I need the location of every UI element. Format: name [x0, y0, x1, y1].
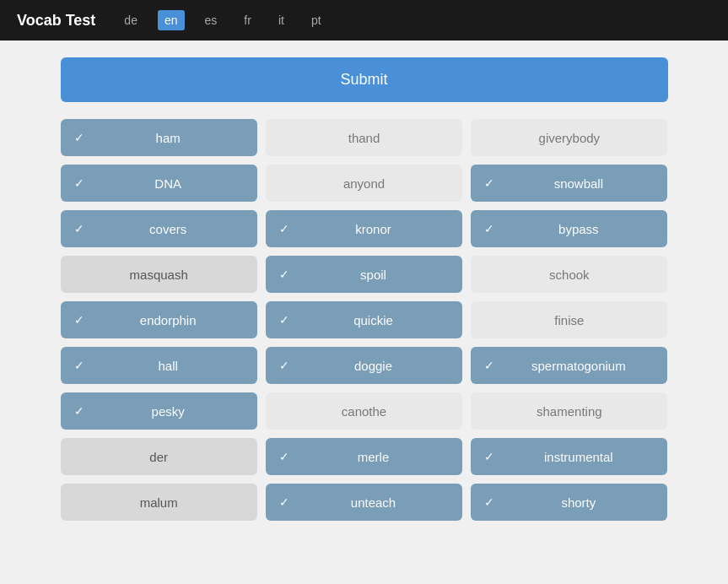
vocab-label: kronor: [298, 222, 449, 236]
check-icon: ✓: [74, 313, 84, 327]
check-icon: ✓: [484, 495, 494, 509]
vocab-label: merle: [298, 450, 449, 464]
vocab-label: endorphin: [93, 313, 244, 327]
check-icon: ✓: [74, 222, 84, 235]
check-icon: ✓: [279, 313, 289, 327]
vocab-label: schook: [484, 268, 654, 282]
vocab-label: covers: [93, 222, 244, 236]
vocab-item[interactable]: ✓quickie: [266, 301, 462, 338]
vocab-item[interactable]: ✓endorphin: [61, 301, 257, 338]
vocab-item[interactable]: ✓kronor: [266, 210, 462, 247]
vocab-item[interactable]: ✓spermatogonium: [471, 347, 667, 384]
vocab-label: pesky: [93, 404, 244, 419]
app-title: Vocab Test: [17, 12, 95, 30]
check-icon: ✓: [74, 131, 84, 144]
vocab-label: DNA: [93, 176, 244, 191]
vocab-label: thand: [279, 131, 449, 145]
vocab-item[interactable]: ✓hall: [61, 347, 257, 384]
nav-lang-en[interactable]: en: [158, 10, 185, 30]
vocab-label: hall: [93, 359, 244, 373]
vocab-item[interactable]: malum: [61, 484, 257, 521]
vocab-item[interactable]: anyond: [266, 165, 462, 202]
vocab-item[interactable]: ✓spoil: [266, 256, 462, 293]
vocab-label: spoil: [298, 268, 449, 282]
nav-lang-de[interactable]: de: [117, 10, 144, 30]
check-icon: ✓: [279, 359, 289, 372]
vocab-label: snowball: [503, 176, 654, 191]
check-icon: ✓: [74, 359, 84, 372]
vocab-label: ham: [93, 131, 244, 145]
vocab-label: shorty: [503, 495, 654, 510]
check-icon: ✓: [74, 404, 84, 418]
check-icon: ✓: [484, 450, 494, 463]
vocab-label: giverybody: [484, 131, 654, 145]
vocab-item[interactable]: canothe: [266, 392, 462, 430]
vocab-item[interactable]: der: [61, 438, 257, 475]
vocab-grid: ✓hamthandgiverybody✓DNAanyond✓snowball✓c…: [61, 119, 668, 521]
check-icon: ✓: [279, 222, 289, 235]
check-icon: ✓: [279, 450, 289, 463]
check-icon: ✓: [484, 176, 494, 190]
vocab-item[interactable]: ✓shorty: [471, 484, 667, 521]
check-icon: ✓: [484, 222, 494, 235]
vocab-item[interactable]: ✓DNA: [61, 165, 257, 202]
vocab-label: bypass: [503, 222, 654, 236]
vocab-item[interactable]: ✓unteach: [266, 484, 462, 521]
check-icon: ✓: [484, 359, 494, 372]
check-icon: ✓: [279, 495, 289, 509]
vocab-item[interactable]: ✓covers: [61, 210, 257, 247]
vocab-label: doggie: [298, 359, 449, 373]
vocab-item[interactable]: ✓ham: [61, 119, 257, 156]
vocab-label: der: [74, 450, 244, 464]
vocab-item[interactable]: finise: [471, 301, 667, 338]
nav-lang-fr[interactable]: fr: [237, 10, 258, 30]
vocab-label: instrumental: [503, 450, 654, 464]
check-icon: ✓: [279, 268, 289, 281]
nav-lang-es[interactable]: es: [198, 10, 224, 30]
vocab-label: finise: [484, 313, 654, 327]
navbar: Vocab Test deenesfritpt: [0, 0, 728, 41]
vocab-item[interactable]: ✓snowball: [471, 165, 667, 202]
vocab-item[interactable]: schook: [471, 256, 667, 293]
vocab-label: canothe: [279, 404, 449, 419]
nav-lang-pt[interactable]: pt: [305, 10, 328, 30]
vocab-item[interactable]: ✓bypass: [471, 210, 667, 247]
vocab-item[interactable]: giverybody: [471, 119, 667, 156]
vocab-item[interactable]: ✓pesky: [61, 392, 257, 430]
vocab-label: quickie: [298, 313, 449, 327]
vocab-item[interactable]: thand: [266, 119, 462, 156]
main-content: Submit ✓hamthandgiverybody✓DNAanyond✓sno…: [61, 41, 668, 538]
vocab-label: malum: [74, 495, 244, 510]
vocab-label: shamenting: [484, 404, 654, 419]
check-icon: ✓: [74, 176, 84, 190]
vocab-label: unteach: [298, 495, 449, 510]
vocab-label: anyond: [279, 176, 449, 191]
vocab-item[interactable]: ✓instrumental: [471, 438, 667, 475]
vocab-item[interactable]: masquash: [61, 256, 257, 293]
submit-button[interactable]: Submit: [61, 57, 668, 102]
vocab-item[interactable]: shamenting: [471, 392, 667, 430]
vocab-item[interactable]: ✓doggie: [266, 347, 462, 384]
vocab-label: masquash: [74, 268, 244, 282]
nav-lang-it[interactable]: it: [272, 10, 291, 30]
vocab-label: spermatogonium: [503, 359, 654, 373]
vocab-item[interactable]: ✓merle: [266, 438, 462, 475]
